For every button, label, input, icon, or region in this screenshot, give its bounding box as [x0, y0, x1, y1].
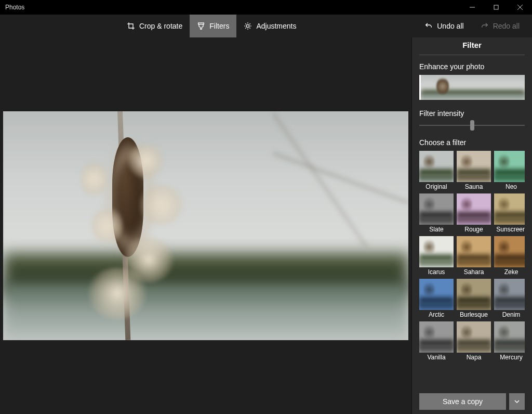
svg-rect-1 — [494, 5, 498, 9]
enhance-section-label: Enhance your photo — [419, 62, 525, 71]
filter-label: Original — [425, 183, 447, 190]
filter-intensity-slider[interactable] — [419, 122, 525, 129]
redo-all-button: Redo all — [473, 15, 527, 37]
title-bar: Photos — [0, 0, 532, 15]
image-canvas-area — [0, 37, 411, 414]
filters-tab-label: Filters — [209, 22, 229, 30]
filter-thumbnail — [494, 279, 525, 310]
svg-rect-4 — [198, 23, 204, 24]
filter-thumbnail — [494, 151, 525, 182]
crop-rotate-tab[interactable]: Crop & rotate — [119, 15, 190, 37]
minimize-button[interactable] — [460, 0, 484, 15]
maximize-icon — [494, 5, 499, 10]
filter-label: Zeke — [504, 268, 518, 276]
adjustments-label: Adjustments — [256, 22, 296, 30]
filter-label: Rouge — [464, 226, 483, 233]
filter-label: Sahara — [464, 268, 484, 276]
undo-icon — [424, 22, 433, 30]
redo-icon — [481, 22, 489, 30]
filter-label: Napa — [467, 354, 482, 361]
main-image[interactable] — [3, 111, 408, 340]
filter-sunscreen[interactable]: Sunscreen — [494, 193, 525, 233]
filter-label: Sunscreen — [496, 226, 525, 233]
filter-napa[interactable]: Napa — [457, 321, 491, 361]
svg-line-12 — [246, 28, 246, 28]
undo-all-label: Undo all — [437, 22, 463, 30]
close-button[interactable] — [508, 0, 532, 15]
filter-label: Burlesque — [460, 311, 488, 318]
filter-label: Neo — [506, 183, 517, 190]
minimize-icon — [470, 5, 475, 10]
filter-thumbnail — [494, 236, 525, 267]
intensity-section-label: Filter intensity — [419, 109, 525, 118]
crop-rotate-label: Crop & rotate — [139, 22, 182, 30]
filter-thumbnail — [494, 321, 525, 353]
filter-vanilla[interactable]: Vanilla — [419, 321, 454, 361]
filter-label: Arctic — [429, 311, 444, 318]
filter-thumbnail — [419, 236, 454, 267]
filter-icarus[interactable]: Icarus — [419, 236, 454, 276]
slider-thumb[interactable] — [470, 120, 474, 131]
filter-thumbnail — [419, 193, 454, 225]
redo-all-label: Redo all — [493, 22, 520, 30]
filter-denim[interactable]: Denim — [494, 279, 525, 318]
filter-zeke[interactable]: Zeke — [494, 236, 525, 276]
filter-thumbnail — [457, 321, 491, 353]
filter-label: Icarus — [428, 268, 445, 276]
svg-line-11 — [250, 28, 250, 28]
filter-sauna[interactable]: Sauna — [457, 151, 491, 190]
maximize-button[interactable] — [484, 0, 508, 15]
save-copy-label: Save a copy — [443, 397, 483, 406]
filter-burlesque[interactable]: Burlesque — [457, 279, 491, 318]
window-controls — [460, 0, 532, 15]
filter-mercury[interactable]: Mercury — [494, 321, 525, 361]
enhance-photo-button[interactable] — [419, 75, 525, 100]
adjustments-icon — [244, 22, 252, 30]
save-copy-button[interactable]: Save a copy — [419, 393, 506, 410]
filter-thumbnail — [419, 151, 454, 182]
filter-neo[interactable]: Neo — [494, 151, 525, 190]
filter-thumbnail — [419, 279, 454, 310]
filter-thumbnail — [457, 236, 491, 267]
svg-line-13 — [250, 23, 250, 24]
filter-slate[interactable]: Slate — [419, 193, 454, 233]
filter-thumbnail — [457, 151, 491, 182]
crop-icon — [127, 22, 135, 30]
filter-thumbnail — [419, 321, 454, 353]
filters-icon — [197, 22, 205, 30]
filter-original[interactable]: Original — [419, 151, 454, 190]
filter-label: Mercury — [500, 354, 522, 361]
filter-sahara[interactable]: Sahara — [457, 236, 491, 276]
save-copy-dropdown[interactable] — [509, 393, 525, 410]
undo-all-button[interactable]: Undo all — [417, 15, 471, 37]
filter-thumbnail — [494, 193, 525, 225]
filter-thumbnail — [457, 279, 491, 310]
filter-grid: OriginalSaunaNeoSlateRougeSunscreenIcaru… — [419, 151, 525, 361]
filters-tab[interactable]: Filters — [190, 15, 236, 37]
filter-thumbnail — [457, 193, 491, 225]
chevron-down-icon — [514, 398, 520, 405]
adjustments-tab[interactable]: Adjustments — [236, 15, 303, 37]
filter-arctic[interactable]: Arctic — [419, 279, 454, 318]
filter-label: Denim — [502, 311, 521, 318]
filter-label: Slate — [429, 226, 443, 233]
svg-line-10 — [246, 23, 246, 24]
filter-panel: Filter Enhance your photo Filter intensi… — [411, 37, 532, 414]
svg-point-5 — [247, 24, 249, 27]
choose-filter-label: Choose a filter — [419, 138, 525, 147]
app-title: Photos — [0, 4, 24, 11]
filter-rouge[interactable]: Rouge — [457, 193, 491, 233]
close-icon — [517, 5, 523, 10]
filter-label: Vanilla — [427, 354, 445, 361]
edit-toolbar: Crop & rotate Filters Adjustments Undo a… — [0, 15, 532, 37]
filter-label: Sauna — [465, 183, 483, 190]
panel-title: Filter — [419, 37, 525, 55]
